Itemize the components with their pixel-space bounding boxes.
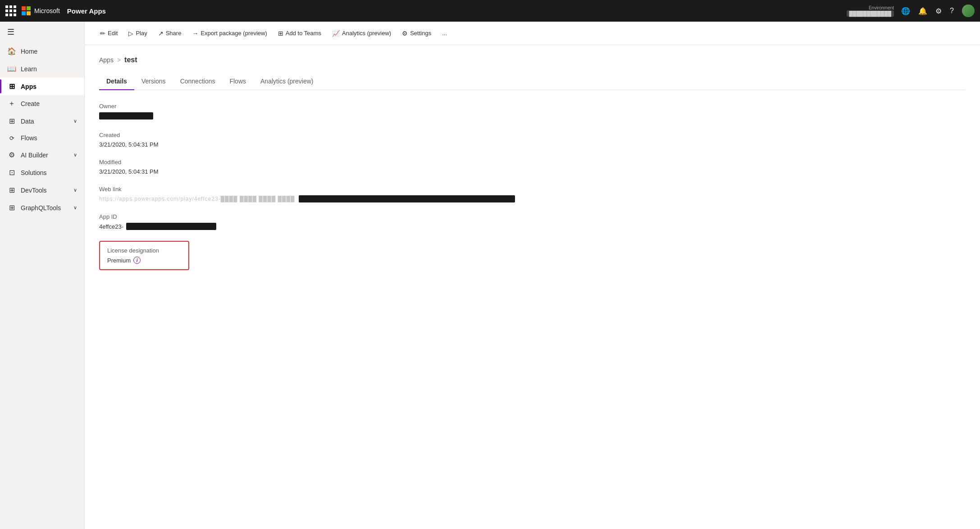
chevron-down-icon: ∨ — [73, 187, 77, 193]
appid-value-row: 4effce23- — [99, 223, 966, 230]
export-icon: → — [192, 30, 198, 37]
sidebar-item-data[interactable]: ⊞ Data ∨ — [0, 112, 84, 130]
sidebar: ☰ 🏠 Home 📖 Learn ⊞ Apps + Create ⊞ Data … — [0, 22, 85, 529]
app-brand: Power Apps — [67, 7, 106, 15]
sidebar-item-label: GraphQLTools — [21, 204, 61, 212]
breadcrumb-current: test — [124, 56, 137, 64]
owner-redacted — [99, 112, 153, 120]
ms-logo-text: Microsoft — [34, 7, 60, 14]
settings-button[interactable]: ⚙ Settings — [397, 27, 436, 40]
created-label: Created — [99, 132, 966, 138]
weblink-value-row: https://apps.powerapps.com/play/4effce23… — [99, 195, 966, 202]
ai-builder-icon: ⚙ — [7, 151, 16, 159]
tab-connections[interactable]: Connections — [173, 73, 223, 90]
solutions-icon: ⊡ — [7, 168, 16, 177]
appid-label: App ID — [99, 213, 966, 220]
help-icon[interactable]: ? — [950, 7, 954, 15]
weblink-section: Web link https://apps.powerapps.com/play… — [99, 186, 966, 202]
more-button[interactable]: ... — [438, 27, 451, 39]
created-value: 3/21/2020, 5:04:31 PM — [99, 141, 966, 148]
modified-label: Modified — [99, 159, 966, 166]
settings-icon[interactable]: ⚙ — [935, 7, 942, 15]
play-icon: ▷ — [128, 30, 133, 37]
owner-label: Owner — [99, 103, 966, 110]
analytics-icon: 📈 — [332, 30, 340, 37]
sidebar-item-graphqltools[interactable]: ⊞ GraphQLTools ∨ — [0, 199, 84, 216]
owner-section: Owner — [99, 103, 966, 121]
weblink-redacted — [299, 195, 515, 202]
license-value: Premium i — [107, 257, 181, 264]
export-button[interactable]: → Export package (preview) — [187, 27, 271, 40]
page-content: Apps > test Details Versions Connections… — [85, 45, 980, 281]
license-label: License designation — [107, 247, 181, 254]
weblink-label: Web link — [99, 186, 966, 193]
environment-selector[interactable]: Environment ████████████ — [847, 5, 894, 17]
chevron-down-icon: ∨ — [73, 205, 77, 211]
sidebar-item-ai-builder[interactable]: ⚙ AI Builder ∨ — [0, 146, 84, 164]
edit-button[interactable]: ✏ Edit — [96, 27, 122, 40]
topbar-icons: 🌐 🔔 ⚙ ? — [901, 5, 975, 17]
user-avatar[interactable] — [962, 5, 975, 17]
edit-icon: ✏ — [100, 30, 105, 37]
environment-label: Environment — [869, 5, 894, 10]
environment-value: ████████████ — [847, 10, 894, 17]
settings-icon: ⚙ — [402, 30, 408, 37]
topbar: Microsoft Power Apps Environment ███████… — [0, 0, 980, 22]
breadcrumb: Apps > test — [99, 56, 966, 64]
sidebar-item-devtools[interactable]: ⊞ DevTools ∨ — [0, 181, 84, 199]
sidebar-item-create[interactable]: + Create — [0, 95, 84, 112]
sidebar-item-label: Learn — [21, 65, 37, 73]
detail-tabs: Details Versions Connections Flows Analy… — [99, 73, 966, 90]
breadcrumb-separator: > — [117, 56, 121, 64]
sidebar-item-label: Apps — [21, 83, 36, 90]
add-to-teams-button[interactable]: ⊞ Add to Teams — [273, 27, 326, 40]
sidebar-item-label: DevTools — [21, 187, 47, 194]
sidebar-item-learn[interactable]: 📖 Learn — [0, 60, 84, 78]
apps-icon: ⊞ — [7, 82, 16, 91]
flows-icon: ⟳ — [7, 135, 16, 142]
sidebar-item-solutions[interactable]: ⊡ Solutions — [0, 164, 84, 181]
tab-analytics[interactable]: Analytics (preview) — [253, 73, 320, 90]
teams-icon: ⊞ — [278, 30, 283, 37]
main-content: ✏ Edit ▷ Play ↗ Share → Export package (… — [85, 22, 980, 529]
sidebar-item-label: Home — [21, 48, 37, 55]
chevron-down-icon: ∨ — [73, 118, 77, 124]
sidebar-hamburger[interactable]: ☰ — [0, 22, 84, 42]
appid-prefix: 4effce23- — [99, 223, 123, 230]
data-icon: ⊞ — [7, 117, 16, 125]
ms-logo-icon — [22, 6, 31, 15]
analytics-button[interactable]: 📈 Analytics (preview) — [328, 27, 396, 40]
notification-icon[interactable]: 🔔 — [918, 7, 927, 15]
sidebar-item-flows[interactable]: ⟳ Flows — [0, 130, 84, 146]
sidebar-item-label: Data — [21, 118, 34, 125]
sidebar-item-label: Solutions — [21, 169, 47, 176]
create-icon: + — [7, 100, 16, 108]
tab-versions[interactable]: Versions — [134, 73, 173, 90]
created-section: Created 3/21/2020, 5:04:31 PM — [99, 132, 966, 148]
info-icon[interactable]: i — [133, 257, 141, 264]
play-button[interactable]: ▷ Play — [124, 27, 151, 40]
license-designation-box: License designation Premium i — [99, 241, 189, 270]
breadcrumb-link[interactable]: Apps — [99, 56, 114, 64]
tab-details[interactable]: Details — [99, 73, 134, 90]
action-bar: ✏ Edit ▷ Play ↗ Share → Export package (… — [85, 22, 980, 45]
weblink-blurred: https://apps.powerapps.com/play/4effce23… — [99, 196, 295, 202]
owner-value — [99, 112, 966, 121]
learn-icon: 📖 — [7, 64, 16, 73]
microsoft-logo: Microsoft — [22, 6, 60, 15]
sidebar-item-label: Flows — [21, 134, 37, 142]
waffle-menu[interactable] — [5, 5, 16, 16]
tab-flows[interactable]: Flows — [222, 73, 253, 90]
modified-section: Modified 3/21/2020, 5:04:31 PM — [99, 159, 966, 175]
share-button[interactable]: ↗ Share — [154, 27, 186, 40]
globe-icon[interactable]: 🌐 — [901, 7, 910, 15]
graphqltools-icon: ⊞ — [7, 203, 16, 212]
sidebar-item-label: AI Builder — [21, 152, 48, 159]
share-icon: ↗ — [158, 30, 164, 37]
appid-redacted — [126, 223, 216, 230]
appid-section: App ID 4effce23- — [99, 213, 966, 230]
sidebar-item-apps[interactable]: ⊞ Apps — [0, 78, 84, 95]
sidebar-item-home[interactable]: 🏠 Home — [0, 42, 84, 60]
home-icon: 🏠 — [7, 47, 16, 55]
sidebar-item-label: Create — [21, 100, 40, 107]
